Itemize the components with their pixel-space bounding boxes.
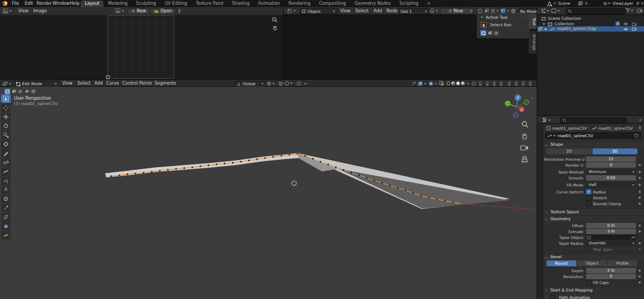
dimension-2d-button[interactable]: 2D <box>546 148 592 154</box>
tool-transform[interactable] <box>1 140 11 148</box>
menu-view[interactable]: View <box>15 8 32 14</box>
header-overflow-icon[interactable] <box>514 81 519 86</box>
animate-dot-icon[interactable] <box>639 197 641 199</box>
section-geometry[interactable]: ⌄ Geometry <box>544 215 644 222</box>
xray-toggle-icon[interactable] <box>439 81 444 86</box>
select-mode-set-icon[interactable] <box>480 30 486 36</box>
animate-dot-icon[interactable] <box>639 281 641 283</box>
bevel-resolution-field[interactable]: 0 <box>586 274 636 279</box>
tool-scale[interactable] <box>1 131 11 139</box>
menu-select[interactable]: Select <box>352 8 372 14</box>
tool-cursor[interactable] <box>1 103 11 112</box>
zoom-icon[interactable] <box>521 120 529 129</box>
chevron-down-icon[interactable] <box>639 119 641 121</box>
shader-type-dropdown[interactable]: Object <box>299 8 338 14</box>
material-browse-button[interactable] <box>429 8 439 13</box>
collection-checkbox[interactable]: ✓ <box>616 21 620 26</box>
viewport-canvas[interactable]: User Perspective (1) road01_splineCSV <box>0 87 537 299</box>
tool-measure[interactable] <box>1 158 11 167</box>
tab-sculpting[interactable]: Sculpting <box>132 1 160 7</box>
sidebar-tab-arrange[interactable]: Arrange <box>529 31 537 54</box>
overlay-dropdown[interactable] <box>500 8 510 13</box>
bounds-clamp-checkbox[interactable] <box>586 201 591 206</box>
header-overflow-icon[interactable] <box>499 81 504 86</box>
blender-logo-icon[interactable] <box>2 1 8 6</box>
datablock-name-field[interactable]: road01_splineCSV <box>545 132 641 139</box>
header-overflow-icon[interactable] <box>521 81 526 86</box>
map-taper-checkbox[interactable] <box>586 246 591 252</box>
section-texture-space[interactable]: › Texture Space <box>544 208 644 215</box>
chevron-down-icon[interactable] <box>467 83 469 85</box>
breadcrumb-data[interactable]: road01_splineCSV <box>597 126 635 131</box>
menu-image[interactable]: Image <box>30 8 50 14</box>
section-shape[interactable]: ⌄ Shape <box>544 141 644 148</box>
chevron-down-icon[interactable] <box>481 17 483 18</box>
path-animation-checkbox[interactable] <box>550 295 555 299</box>
pin-icon[interactable] <box>177 9 182 13</box>
menu-segments[interactable]: Segments <box>151 80 179 87</box>
breadcrumb-object[interactable]: road01_splineCSV <box>551 126 589 131</box>
tool-rotate[interactable] <box>1 122 11 130</box>
eyedropper-icon[interactable] <box>631 235 635 240</box>
tab-rendering[interactable]: Rendering <box>284 1 315 7</box>
material-slot-dropdown[interactable]: Slot 1 <box>398 8 430 14</box>
overlays-toggle[interactable] <box>428 81 438 86</box>
pan-hand-icon[interactable] <box>521 132 529 140</box>
close-icon[interactable]: ✕ <box>583 1 588 6</box>
tool-extrude[interactable] <box>1 185 11 194</box>
zoom-icon[interactable] <box>272 17 278 23</box>
tab-shading[interactable]: Shading <box>228 1 254 7</box>
select-mode-invert-icon[interactable] <box>24 88 30 94</box>
pin-icon[interactable] <box>638 125 642 130</box>
snapping-dropdown[interactable] <box>491 9 500 13</box>
section-bevel[interactable]: ⌄ Bevel <box>544 253 644 260</box>
select-mode-subtract-icon[interactable] <box>493 30 499 36</box>
animate-dot-icon[interactable] <box>639 184 641 186</box>
select-mode-subtract-icon[interactable] <box>17 88 23 94</box>
fill-caps-checkbox[interactable] <box>586 280 591 285</box>
smooth-field[interactable]: 0.00 <box>586 175 636 181</box>
tab-texture-paint[interactable]: Texture Paint <box>192 1 228 7</box>
animate-dot-icon[interactable] <box>639 230 641 233</box>
copy-icon[interactable] <box>578 1 583 6</box>
outliner-funnel-dropdown[interactable] <box>625 8 634 13</box>
outliner-search-input[interactable] <box>565 8 626 14</box>
render-u-field[interactable]: 0 <box>586 162 636 168</box>
new-material-button[interactable]: + New <box>440 8 471 14</box>
image-browse-button[interactable] <box>115 8 125 13</box>
bevel-depth-field[interactable]: 2 m <box>586 268 636 273</box>
pin-icon[interactable] <box>469 9 474 13</box>
header-overflow-icon[interactable] <box>528 81 533 86</box>
navigation-gizmo[interactable]: Z Y X <box>500 91 535 121</box>
outliner-row-collection[interactable]: ▼ Collection ✓ <box>537 21 644 27</box>
axis-z-neg-ball[interactable] <box>513 113 518 117</box>
select-mode-set-icon[interactable] <box>4 88 10 94</box>
animate-dot-icon[interactable] <box>639 225 641 227</box>
parent-icon[interactable] <box>478 9 482 13</box>
resolution-preview-field[interactable]: 12 <box>586 156 636 162</box>
world-shader-icon[interactable] <box>511 9 516 13</box>
shading-material-icon[interactable] <box>456 81 460 85</box>
fill-mode-dropdown[interactable]: Half <box>586 182 636 188</box>
animate-dot-icon[interactable] <box>639 191 641 193</box>
section-path-animation[interactable]: › Path Animation <box>544 293 644 299</box>
menu-view[interactable]: View <box>337 8 354 14</box>
tool-curve-slide[interactable] <box>1 231 11 240</box>
view-layer-selector[interactable]: ViewLayer ✕ <box>603 1 644 6</box>
editor-type-button[interactable] <box>2 8 13 14</box>
animate-dot-icon[interactable] <box>639 270 641 272</box>
snap-magnet-icon[interactable] <box>278 81 283 86</box>
tab-modeling[interactable]: Modeling <box>104 1 131 7</box>
twist-method-dropdown[interactable]: Minimum <box>586 169 636 175</box>
expand-arrow-icon[interactable]: ▼ <box>543 21 545 27</box>
tab-uv-editing[interactable]: UV Editing <box>160 1 192 7</box>
scene-selector[interactable]: Scene ✕ <box>546 1 600 6</box>
pan-hand-icon[interactable] <box>272 25 278 31</box>
chevron-down-icon[interactable] <box>304 83 306 85</box>
fake-user-icon[interactable] <box>634 133 639 138</box>
select-mode-extend-icon[interactable] <box>11 88 17 94</box>
pivot-point-dropdown[interactable] <box>266 81 276 86</box>
outliner-row-object[interactable]: ▶ road01_splineCSV <box>537 26 644 32</box>
snap-settings-dropdown[interactable] <box>284 81 294 86</box>
shading-wireframe-icon[interactable] <box>447 81 450 85</box>
